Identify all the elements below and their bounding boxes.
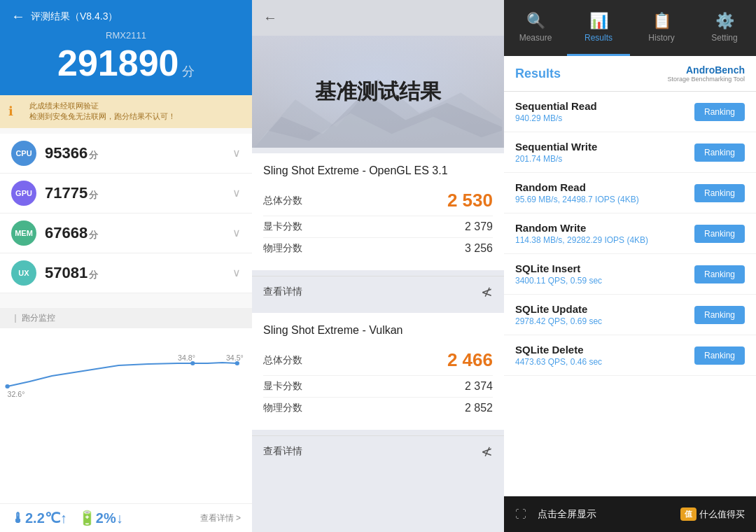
dmark-detail-row-1[interactable]: 查看详情 ≮ (252, 276, 504, 307)
cpu-score-item[interactable]: CPU 95366分 ∨ (0, 134, 252, 174)
dmark-content: Sling Shot Extreme - OpenGL ES 3.1 总体分数 … (252, 148, 504, 532)
dmark-phys-value-2: 2 852 (465, 402, 493, 414)
seq-write-name: Sequential Write (515, 141, 694, 153)
seq-read-ranking-button[interactable]: Ranking (694, 103, 745, 121)
rand-read-value: 95.69 MB/s, 24498.7 IOPS (4KB) (515, 195, 694, 204)
androbench-header: Results AndroBench Storage Benchmarking … (504, 56, 756, 92)
dmark-phys-label-2: 物理分数 (263, 402, 302, 414)
dmark-phys-row-1: 物理分数 3 256 (263, 238, 493, 259)
seq-read-name: Sequential Read (515, 100, 694, 112)
dmark-hero-banner: 基准测试结果 (252, 36, 504, 148)
sqlite-update-ranking-button[interactable]: Ranking (694, 306, 745, 324)
sqlite-insert-info: SQLite Insert 3400.11 QPS, 0.59 sec (515, 262, 694, 286)
dmark-total-label-2: 总体分数 (263, 354, 302, 367)
androbench-logo-sub: Storage Benchmarking Tool (668, 76, 745, 83)
rand-read-info: Random Read 95.69 MB/s, 24498.7 IOPS (4K… (515, 181, 694, 204)
seq-read-info: Sequential Read 940.29 MB/s (515, 100, 694, 123)
mem-chevron-icon: ∨ (232, 226, 241, 239)
androbench-logo: AndroBench Storage Benchmarking Tool (668, 64, 745, 83)
androbench-results-list: Sequential Read 940.29 MB/s Ranking Sequ… (504, 92, 756, 496)
dmark-total-value-2: 2 466 (447, 349, 493, 371)
antutu-panel: ← 评测结果（V8.4.3） RMX2111 291890 分 ℹ 此成绩未经联… (0, 0, 252, 532)
antutu-bottom-bar: 🌡2.2℃↑ 🔋2%↓ 查看详情 > (0, 503, 252, 532)
dmark-gpu-label-2: 显卡分数 (263, 380, 302, 393)
mem-badge: MEM (11, 220, 36, 246)
history-icon: 📋 (652, 12, 671, 30)
antutu-device: RMX2111 (11, 30, 241, 41)
sqlite-insert-name: SQLite Insert (515, 262, 694, 274)
tab-setting[interactable]: ⚙️ Setting (693, 0, 756, 56)
antutu-warning-banner: ℹ 此成绩未经联网验证检测到安兔兔无法联网，跑分结果不认可！ (0, 95, 252, 128)
dmark-hero-title: 基准测试结果 (315, 78, 441, 106)
warning-icon: ℹ (8, 104, 22, 119)
dmark-phys-value-1: 3 256 (465, 242, 493, 255)
sqlite-update-info: SQLite Update 2978.42 QPS, 0.69 sec (515, 303, 694, 326)
sqlite-delete-ranking-button[interactable]: Ranking (694, 346, 745, 365)
dmark-phys-label-1: 物理分数 (263, 242, 302, 255)
ux-chevron-icon: ∨ (232, 266, 241, 279)
measure-icon: 🔍 (526, 12, 545, 30)
antutu-warning-text: 此成绩未经联网验证检测到安兔兔无法联网，跑分结果不认可！ (29, 101, 176, 122)
gpu-score-item[interactable]: GPU 71775分 ∨ (0, 174, 252, 214)
androbench-logo-name: AndroBench (686, 64, 745, 76)
rand-write-name: Random Write (515, 222, 694, 234)
detail-link[interactable]: 查看详情 > (200, 512, 241, 524)
dmark-gpu-value-2: 2 374 (465, 380, 493, 393)
androbench-tabs: 🔍 Measure 📊 Results 📋 History ⚙️ Setting (504, 0, 756, 56)
dmark-phys-row-2: 物理分数 2 852 (263, 398, 493, 419)
seq-write-ranking-button[interactable]: Ranking (694, 144, 745, 162)
rand-write-value: 114.38 MB/s, 29282.29 IOPS (4KB) (515, 235, 694, 245)
antutu-chart: 32.6° 34.8° 34.5° (0, 328, 252, 503)
mem-score-item[interactable]: MEM 67668分 ∨ (0, 214, 252, 253)
battery-reading: 🔋2%↓ (78, 510, 123, 526)
result-sequential-read: Sequential Read 940.29 MB/s Ranking (504, 92, 756, 132)
dmark-detail-row-2[interactable]: 查看详情 ≮ (252, 435, 504, 467)
tab-history-label: History (648, 33, 674, 43)
sqlite-delete-name: SQLite Delete (515, 344, 694, 356)
sqlite-delete-value: 4473.63 QPS, 0.46 sec (515, 357, 694, 367)
gpu-chevron-icon: ∨ (232, 186, 241, 200)
seq-write-value: 201.74 MB/s (515, 154, 694, 164)
result-sqlite-update: SQLite Update 2978.42 QPS, 0.69 sec Rank… (504, 295, 756, 335)
share-icon-1[interactable]: ≮ (481, 284, 493, 300)
results-icon: 📊 (589, 12, 608, 30)
svg-point-5 (235, 361, 239, 365)
dmark-test-2: Sling Shot Extreme - Vulkan 总体分数 2 466 显… (252, 313, 504, 430)
ux-badge: UX (11, 260, 36, 286)
ux-score-item[interactable]: UX 57081分 ∨ (0, 253, 252, 293)
result-random-write: Random Write 114.38 MB/s, 29282.29 IOPS … (504, 214, 756, 254)
share-icon-2[interactable]: ≮ (481, 443, 493, 460)
watermark: 值 什么值得买 (680, 507, 745, 521)
dmark-total-row-2: 总体分数 2 466 (263, 345, 493, 376)
sqlite-insert-ranking-button[interactable]: Ranking (694, 265, 745, 284)
svg-point-3 (5, 384, 9, 388)
seq-read-value: 940.29 MB/s (515, 113, 694, 123)
dmark-panel: ← 基准测试结果 Sling Shot Extreme - OpenGL ES … (252, 0, 504, 532)
dmark-total-row-1: 总体分数 2 530 (263, 186, 493, 216)
result-sqlite-insert: SQLite Insert 3400.11 QPS, 0.59 sec Rank… (504, 254, 756, 295)
tab-measure-label: Measure (519, 33, 552, 43)
dmark-test-1-name: Sling Shot Extreme - OpenGL ES 3.1 (263, 164, 493, 177)
tab-results-label: Results (584, 33, 612, 43)
tab-results[interactable]: 📊 Results (567, 0, 630, 56)
antutu-back-button[interactable]: ← (11, 8, 25, 24)
fullscreen-text: 点击全屏显示 (538, 508, 596, 521)
svg-point-4 (190, 361, 195, 365)
androbench-bottom-bar: ⛶ 点击全屏显示 值 什么值得买 (504, 496, 756, 532)
gpu-badge: GPU (11, 181, 36, 206)
androbench-panel: 🔍 Measure 📊 Results 📋 History ⚙️ Setting… (504, 0, 756, 532)
dmark-gpu-label-1: 显卡分数 (263, 220, 302, 233)
rand-write-ranking-button[interactable]: Ranking (694, 225, 745, 243)
antutu-title: 评测结果（V8.4.3） (31, 10, 118, 23)
antutu-total-score: 291890 (57, 43, 179, 83)
dmark-detail-label-1: 查看详情 (263, 286, 302, 298)
tab-history[interactable]: 📋 History (630, 0, 693, 56)
result-sqlite-delete: SQLite Delete 4473.63 QPS, 0.46 sec Rank… (504, 335, 756, 376)
dmark-gpu-row-1: 显卡分数 2 379 (263, 216, 493, 238)
monitor-label: ｜ 跑分监控 (0, 308, 252, 328)
androbench-results-title: Results (515, 66, 561, 81)
dmark-gpu-row-2: 显卡分数 2 374 (263, 376, 493, 398)
tab-measure[interactable]: 🔍 Measure (504, 0, 567, 56)
rand-read-ranking-button[interactable]: Ranking (694, 184, 745, 202)
dmark-back-button[interactable]: ← (263, 10, 277, 26)
